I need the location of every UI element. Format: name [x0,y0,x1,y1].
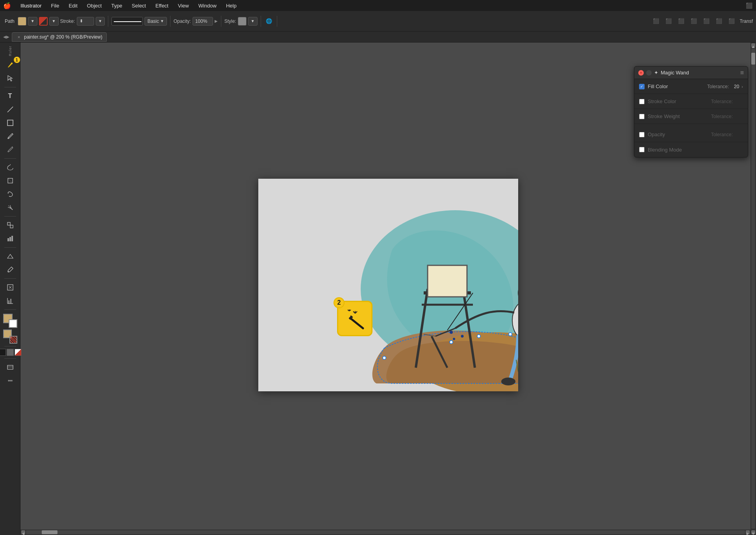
perspective-tool[interactable] [2,250,18,263]
scroll-left-arrow[interactable] [21,530,25,534]
stroke-color-checkbox[interactable] [639,99,645,104]
svg-point-59 [383,356,386,359]
panel-close-button[interactable]: × [638,70,644,76]
stroke-style-preview[interactable] [111,17,143,26]
svg-line-76 [351,319,363,328]
rect-tool[interactable] [2,117,18,129]
tab-close-button[interactable]: × [16,34,22,40]
opacity-expand[interactable]: ▶ [215,19,218,23]
style-swatch[interactable] [238,17,246,26]
eraser-tool[interactable] [2,161,18,174]
panel-collapse-arrow[interactable]: ◀▶ [3,35,9,39]
scroll-right-arrow[interactable] [746,530,750,534]
scroll-track[interactable] [751,49,755,529]
blending-mode-label: Blending Mode [648,147,743,153]
brush-style-dropdown[interactable]: Basic ▼ [145,17,167,26]
more-tools[interactable]: ••• [2,374,18,387]
color-swatches [3,314,17,344]
stroke-fill-swatch[interactable] [3,330,17,344]
pencil-tool-icon [7,146,14,153]
selection-tool[interactable]: 1 [2,59,18,71]
document-tab[interactable]: × painter.svg* @ 200 % (RGB/Preview) [12,32,107,42]
fill-color-swatch[interactable] [18,17,26,26]
transform-label: Transf [739,19,753,24]
align-left-icon[interactable]: ⬛ [651,17,661,26]
lasso-tool[interactable] [2,188,18,200]
text-tool[interactable]: T [2,90,18,102]
magic-wand-tool[interactable] [2,201,18,214]
align-right-icon[interactable]: ⬛ [676,17,686,26]
stroke-color-swatch[interactable] [39,17,48,26]
stroke-dropdown[interactable]: ▼ [49,17,59,26]
distribute-icon[interactable]: ⬛ [727,17,736,26]
align-center-icon[interactable]: ⬛ [664,17,673,26]
svg-point-62 [509,333,512,336]
menu-file[interactable]: File [49,2,61,9]
line-tool[interactable] [2,103,18,116]
apple-menu[interactable]: 🍎 [3,2,11,9]
svg-rect-36 [428,265,467,297]
globe-icon[interactable]: 🌐 [264,17,274,26]
column-graph-tool[interactable] [2,294,18,307]
panel-menu-button[interactable]: ≡ [740,69,744,76]
scroll-horizontal-thumb[interactable] [42,530,57,534]
menu-view[interactable]: View [176,2,191,9]
foreground-background-swatch[interactable] [3,314,17,328]
menu-effect[interactable]: Effect [154,2,170,9]
swatch-gray[interactable] [7,349,14,356]
menu-help[interactable]: Help [224,2,238,9]
menu-window[interactable]: Window [197,2,218,9]
menu-edit[interactable]: Edit [67,2,79,9]
notification-icon[interactable]: ⬛ [745,2,753,9]
layers-icon[interactable] [2,361,18,374]
horizontal-scrollbar[interactable] [20,529,750,535]
menu-object[interactable]: Object [85,2,104,9]
menu-type[interactable]: Type [109,2,124,9]
stroke-swatch-bg[interactable] [9,336,17,344]
svg-line-7 [8,178,13,183]
scroll-down-arrow[interactable] [751,530,755,534]
blending-mode-checkbox[interactable] [639,147,645,152]
wand-tool-icon [6,61,14,69]
align-middle-icon[interactable]: ⬛ [702,17,711,26]
pencil-tool[interactable] [2,143,18,156]
style-dropdown[interactable]: ▼ [248,17,258,26]
menu-illustrator[interactable]: Illustrator [19,2,43,9]
brush-tool[interactable] [2,130,18,143]
eyedropper-tool[interactable] [2,263,18,276]
svg-rect-14 [10,225,13,228]
direct-selection-tool[interactable] [2,72,18,85]
stroke-weight-checkbox[interactable] [639,114,645,119]
scroll-up-arrow[interactable] [751,43,755,47]
background-swatch[interactable] [9,319,17,328]
path-label: Path [3,18,16,25]
menu-select[interactable]: Select [130,2,148,9]
align-bottom-icon[interactable]: ⬛ [714,17,724,26]
stroke-weight-input[interactable]: ⬍ [77,17,94,26]
align-top-icon[interactable]: ⬛ [689,17,699,26]
panel-minimize-button[interactable] [646,70,652,76]
fill-dropdown[interactable]: ▼ [28,17,37,26]
scroll-thumb[interactable] [751,53,755,65]
svg-point-18 [7,271,9,272]
brush-tool-icon [7,133,14,140]
opacity-input[interactable]: 100% [193,17,213,26]
tool-divider-6 [4,309,16,310]
stroke-color-tolerance-label: Tolerance: [711,99,733,104]
opacity-row: Opacity Tolerance: [634,127,748,142]
fill-expand-arrow[interactable]: › [741,84,743,89]
stroke-unit-dropdown[interactable]: ▼ [96,17,105,26]
graph-tool[interactable] [2,232,18,245]
opacity-checkbox[interactable] [639,132,645,137]
rotate-tool[interactable] [2,174,18,187]
magic-wand-cursor-overlay: 2 [337,301,372,336]
fill-color-checkbox[interactable] [639,84,645,89]
swatch-black[interactable] [0,349,6,356]
symbol-tool[interactable] [2,281,18,294]
canvas-area[interactable]: 2 [20,43,756,535]
shapes-tool[interactable] [2,219,18,231]
swatch-white-red[interactable] [15,349,22,356]
tool-divider-2 [4,158,16,159]
vertical-scrollbar[interactable] [750,43,756,535]
arrow-right-tool-icon [7,75,14,82]
